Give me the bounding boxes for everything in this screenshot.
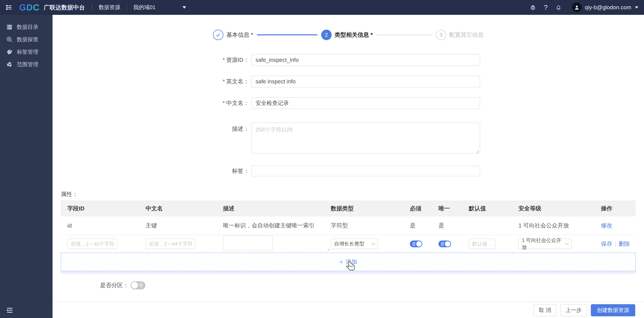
step-done-check-icon	[213, 30, 223, 40]
domain-select[interactable]: 我的域01	[134, 4, 186, 11]
sidebar-item-scope-management[interactable]: 范围管理	[0, 58, 52, 71]
form-row-tags: 标签：	[52, 166, 480, 176]
security-level-select-value: 1 可向社会公众开放	[522, 237, 566, 251]
step-label: 类型相关信息 *	[334, 31, 373, 39]
avatar[interactable]	[572, 3, 582, 12]
collapse-sidebar-icon[interactable]	[6, 306, 14, 314]
bug-icon[interactable]	[530, 4, 536, 11]
description-cell-textarea[interactable]	[223, 235, 273, 251]
magnifier-cube-icon	[6, 36, 13, 43]
chevron-down-icon	[371, 241, 375, 245]
previous-step-button[interactable]: 上一步	[560, 304, 587, 316]
form-row-description: 描述：	[52, 123, 480, 154]
plus-icon: +	[339, 259, 343, 265]
tag-icon	[6, 49, 13, 55]
toggle-knob	[445, 241, 450, 247]
bell-icon[interactable]	[555, 4, 562, 11]
unique-toggle[interactable]: 是	[438, 240, 451, 247]
partition-row: 是否分区： 否	[52, 281, 146, 289]
table-header-row: 字段ID 中文名 描述 数据类型 必须 唯一 默认值 安全等级 操作	[61, 200, 636, 216]
cancel-button[interactable]: 取 消	[534, 304, 556, 316]
chevron-down-icon	[635, 7, 638, 9]
english-name-label: 英文名：	[226, 78, 249, 85]
required-asterisk: *	[223, 100, 225, 106]
help-icon[interactable]: ?	[542, 4, 549, 11]
step-label: 基本信息 *	[226, 31, 253, 39]
required-toggle[interactable]: 是	[410, 240, 422, 247]
sidebar-item-data-catalog[interactable]: 数据目录	[0, 21, 52, 33]
cell-field-id: id	[67, 222, 146, 229]
user-email[interactable]: qiy-b@glodon.com	[585, 4, 631, 11]
step-basic-info[interactable]: 基本信息 *	[213, 30, 253, 40]
sidebar-item-data-explore[interactable]: 数据探查	[0, 33, 52, 46]
cell-required: 是	[410, 222, 438, 229]
data-type-select-value: 自增长长整型	[334, 240, 364, 247]
cn-name-input[interactable]	[146, 239, 196, 249]
attributes-table: 字段ID 中文名 描述 数据类型 必须 唯一 默认值 安全等级 操作 id 主键…	[61, 200, 636, 274]
resource-id-input[interactable]	[251, 54, 480, 66]
cell-unique: 是	[438, 222, 469, 229]
toggle-knob	[416, 241, 422, 247]
partition-toggle[interactable]: 否	[130, 281, 146, 289]
cell-data-type: 字符型	[331, 222, 410, 229]
default-value-input[interactable]	[469, 239, 496, 249]
description-textarea[interactable]	[251, 123, 480, 154]
add-area-highlight	[61, 271, 636, 274]
step-connector-pending	[376, 34, 432, 35]
col-header-action: 操作	[601, 205, 636, 212]
step-other-config[interactable]: 3 配置其它信息	[436, 30, 484, 40]
delete-link[interactable]: 删除	[618, 240, 630, 247]
action-divider: |	[615, 240, 616, 247]
step-connector-done	[257, 34, 318, 35]
top-navbar: GDC 广联达数据中台 数据资源 我的域01 ? qiy-b@glodon.co…	[0, 0, 644, 15]
modify-link[interactable]: 修改	[601, 222, 636, 229]
form-row-chinese-name: *中文名：	[52, 97, 480, 109]
step-number: 3	[436, 30, 446, 40]
english-name-input[interactable]	[251, 76, 480, 87]
tags-label: 标签：	[232, 168, 249, 174]
wizard-stepper: 基本信息 * 2 类型相关信息 * 3 配置其它信息	[213, 30, 484, 40]
data-type-select[interactable]: 自增长长整型	[331, 239, 378, 249]
scope-icon	[6, 61, 13, 68]
product-title: 广联达数据中台	[44, 4, 85, 12]
col-header-description: 描述	[223, 205, 331, 212]
col-header-cn-name: 中文名	[146, 205, 223, 212]
tags-input[interactable]	[251, 166, 480, 176]
sidebar: 数据目录 数据探查 标签管理 范围管理	[0, 15, 52, 318]
chevron-down-icon	[182, 6, 186, 9]
main-content: 基本信息 * 2 类型相关信息 * 3 配置其它信息 *资源ID： *英文名： …	[52, 15, 644, 318]
attributes-section-label: 属性：	[61, 190, 78, 198]
cell-security: 1 可向社会公众开放	[518, 222, 601, 229]
partition-label: 是否分区：	[52, 281, 128, 289]
navbar-divider-2	[127, 5, 127, 10]
navbar-divider	[92, 5, 92, 11]
menu-icon[interactable]	[5, 4, 12, 11]
col-header-unique: 唯一	[438, 205, 469, 212]
field-id-input[interactable]	[67, 239, 118, 249]
col-header-security: 安全等级	[518, 205, 601, 212]
step-number: 2	[321, 30, 332, 40]
chinese-name-input[interactable]	[251, 97, 480, 109]
security-level-select[interactable]: 1 可向社会公众开放	[518, 239, 572, 249]
col-header-field-id: 字段ID	[67, 205, 146, 212]
sidebar-item-label: 标签管理	[17, 48, 38, 56]
chevron-down-icon	[565, 241, 569, 245]
table-edit-row: 自增长长整型 是 是 1 可向社会公众开放 保存|删除	[61, 235, 636, 253]
resize-grip-icon	[327, 248, 330, 251]
create-data-resource-button[interactable]: 创建数据资源	[591, 304, 635, 316]
cell-cn-name: 主键	[146, 222, 223, 229]
description-label: 描述：	[232, 126, 249, 132]
sidebar-item-label: 范围管理	[17, 61, 38, 68]
col-header-data-type: 数据类型	[331, 205, 410, 212]
resource-id-label: 资源ID：	[226, 57, 249, 63]
nav-item-data-resource[interactable]: 数据资源	[99, 4, 120, 11]
save-link[interactable]: 保存	[601, 240, 612, 247]
step-type-info[interactable]: 2 类型相关信息 *	[321, 30, 373, 40]
cell-description: 唯一标识，会自动创建主键唯一索引	[223, 222, 331, 229]
col-header-required: 必须	[410, 205, 438, 212]
gdc-logo: GDC	[19, 2, 40, 13]
add-attribute-button[interactable]: + 添加	[61, 253, 636, 271]
form-row-english-name: *英文名：	[52, 76, 480, 87]
sidebar-item-tag-management[interactable]: 标签管理	[0, 46, 52, 58]
toggle-knob	[131, 282, 138, 289]
